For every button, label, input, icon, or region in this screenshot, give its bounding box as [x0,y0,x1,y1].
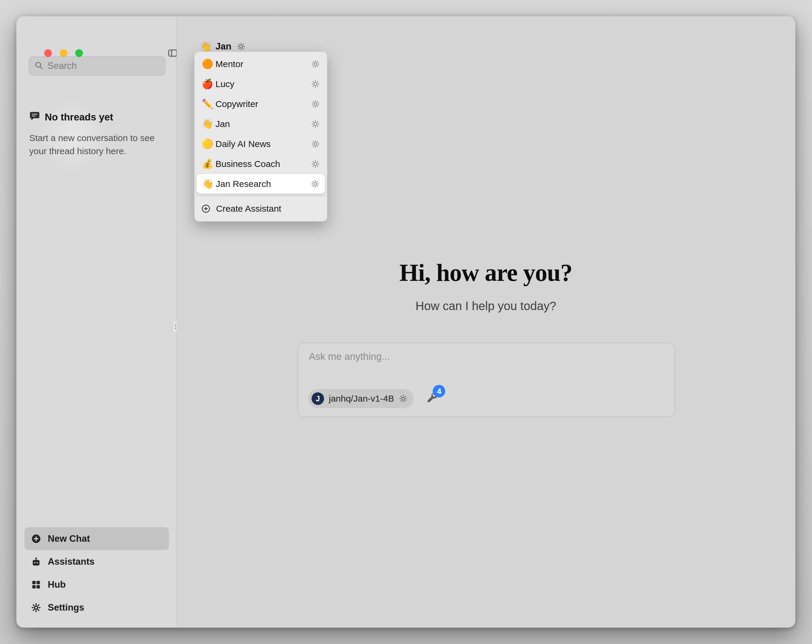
assistant-avatar-emoji: 💰 [202,158,215,169]
model-avatar: J [311,392,324,405]
assistant-label: Daily AI News [215,139,271,149]
assistant-label: Lucy [215,79,234,89]
sidebar-item-label: Settings [48,602,84,613]
model-settings-icon[interactable] [399,394,408,403]
menu-item-copywriter[interactable]: ✏️ Copywriter [196,94,325,114]
menu-item-mentor[interactable]: 🟠 Mentor [196,54,325,74]
empty-state-description: Start a new conversation to see your thr… [29,131,163,158]
assistant-label: Copywriter [215,99,258,109]
menu-item-business-coach[interactable]: 💰 Business Coach [196,154,325,174]
assistant-name: Jan [215,41,231,52]
tools-button[interactable]: 4 [426,392,439,405]
assistant-settings-button[interactable] [311,100,320,108]
plus-circle-icon [201,204,211,213]
traffic-lights [44,49,83,57]
assistant-avatar-emoji: ✏️ [202,98,215,110]
assistant-emoji: 👋 [200,41,212,52]
sidebar-item-label: Assistants [48,556,95,567]
assistant-settings-button[interactable] [311,160,320,169]
sidebar-nav: New Chat Assistants Hub Settings [24,527,169,619]
zoom-button[interactable] [75,49,83,57]
sidebar-item-assistants[interactable]: Assistants [24,550,169,573]
search-field[interactable] [29,56,165,75]
sidebar-item-hub[interactable]: Hub [24,573,169,596]
sidebar: No threads yet Start a new conversation … [17,17,176,627]
minimize-button[interactable] [60,49,67,57]
new-chat-icon [31,534,41,544]
empty-state-title: No threads yet [45,111,113,123]
assistant-avatar-emoji: 👋 [202,118,215,129]
assistant-settings-icon[interactable] [237,42,246,51]
close-button[interactable] [44,49,52,57]
menu-divider [195,196,327,196]
message-input[interactable] [309,351,664,378]
sidebar-item-settings[interactable]: Settings [24,596,169,619]
assistant-settings-button[interactable] [311,140,320,148]
assistant-avatar-emoji: 🟡 [202,139,215,149]
search-icon [34,61,43,71]
sidebar-item-label: Hub [48,579,66,590]
menu-item-daily-ai-news[interactable]: 🟡 Daily AI News [196,134,325,154]
menu-item-jan-research[interactable]: 👋 Jan Research [196,174,325,194]
greeting-subtitle: How can I help you today? [177,299,795,313]
assistant-label: Jan [215,119,230,129]
assistant-avatar-emoji: 👋 [202,178,216,189]
greeting-title: Hi, how are you? [177,259,795,287]
app-window: No threads yet Start a new conversation … [17,17,795,627]
assistant-settings-button[interactable] [311,120,320,128]
create-assistant-label: Create Assistant [216,204,281,214]
message-composer: J janhq/Jan-v1-4B 4 [298,343,675,417]
threads-empty-state: No threads yet Start a new conversation … [29,111,163,158]
search-input[interactable] [47,61,166,71]
menu-item-lucy[interactable]: 🍎 Lucy [196,74,325,94]
assistants-icon [31,557,41,567]
composer-toolbar: J janhq/Jan-v1-4B 4 [308,389,439,408]
assistant-label: Business Coach [215,159,280,169]
tools-count-badge: 4 [433,385,445,397]
assistant-settings-button[interactable] [311,180,320,189]
create-assistant-button[interactable]: Create Assistant [196,198,325,219]
assistant-settings-button[interactable] [311,79,320,88]
hub-icon [31,580,41,590]
assistant-avatar-emoji: 🍎 [202,78,215,90]
greeting: Hi, how are you? How can I help you toda… [177,259,795,313]
sidebar-item-new-chat[interactable]: New Chat [24,527,169,550]
assistant-label: Mentor [215,59,243,69]
assistant-dropdown-menu: 🟠 Mentor 🍎 Lucy ✏️ Copywriter 👋 Jan 🟡 [194,52,327,222]
menu-item-jan[interactable]: 👋 Jan [196,114,325,134]
assistant-label: Jan Research [216,179,271,189]
assistant-settings-button[interactable] [311,59,320,69]
model-selector[interactable]: J janhq/Jan-v1-4B [308,389,414,408]
chat-main: 👋 Jan 🟠 Mentor 🍎 Lucy ✏️ Copywriter [177,17,795,627]
sidebar-item-label: New Chat [48,533,90,544]
settings-gear-icon [31,603,41,613]
model-name: janhq/Jan-v1-4B [329,394,394,404]
chat-bubble-icon [29,111,40,124]
assistant-avatar-emoji: 🟠 [202,58,215,70]
